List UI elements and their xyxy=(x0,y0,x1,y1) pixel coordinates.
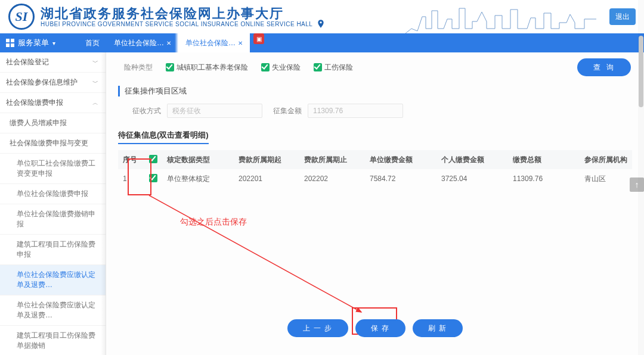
th-pers-amt: 个人缴费金额 xyxy=(436,155,508,165)
sidebar-item[interactable]: 社会保险缴费申报︿ xyxy=(0,93,106,113)
chevron-down-icon: ▾ xyxy=(52,40,55,46)
th-check[interactable] xyxy=(144,155,162,165)
close-icon[interactable]: ✕ xyxy=(166,40,171,46)
chevron-icon: ﹀ xyxy=(92,58,98,67)
th-from: 费款所属期起 xyxy=(234,155,299,165)
tab-label: 首页 xyxy=(85,38,100,48)
sidebar-item[interactable]: 缴费人员增减申报 xyxy=(0,113,106,133)
sidebar: 社会保险登记﹀社会保险参保信息维护﹀社会保险缴费申报︿缴费人员增减申报社会保险缴… xyxy=(0,52,106,355)
cell-idx: 1 xyxy=(118,175,144,183)
sidebar-item-label: 社会保险登记 xyxy=(6,57,49,67)
check-icon xyxy=(261,63,270,71)
sidebar-item-label: 单位职工社会保险缴费工资变更申报 xyxy=(17,158,98,179)
scrollbar-thumb[interactable] xyxy=(639,36,643,107)
sidebar-item[interactable]: 建筑工程项目工伤保险费单据撤销 xyxy=(0,326,106,355)
sidebar-item[interactable]: 单位社会保险缴费申报 xyxy=(0,184,106,204)
tab-home[interactable]: 首页 xyxy=(78,33,107,52)
sidebar-item-label: 单位社会保险缴费撤销申报 xyxy=(17,209,98,229)
opt-label: 失业保险 xyxy=(272,63,301,73)
refresh-button[interactable]: 刷新 xyxy=(413,319,463,337)
section-heading: 征集操作项目区域 xyxy=(118,86,632,96)
check-icon xyxy=(314,63,322,71)
top-nav-bar: 服务菜单 ▾ 首页 单位社会保险…✕ 单位社会保险…✕ ▣ xyxy=(0,33,644,52)
filter-row: 险种类型 城镇职工基本养老保险 失业保险 工伤保险 查询 xyxy=(106,52,644,80)
exit-button[interactable]: 退出 xyxy=(609,8,636,25)
th-org: 参保所属机构 xyxy=(580,155,632,165)
cell-pers-amt: 3725.04 xyxy=(436,175,508,183)
th-idx: 序号 xyxy=(118,155,144,165)
skyline-decoration xyxy=(405,5,596,33)
collection-mode-value[interactable]: 税务征收 xyxy=(167,104,262,118)
sidebar-item-label: 单位社会保险费应缴认定单及退费… xyxy=(17,300,98,320)
sidebar-item[interactable]: 社会保险登记﹀ xyxy=(0,52,106,73)
checkbox-unemployment[interactable]: 失业保险 xyxy=(261,63,301,73)
vertical-scrollbar[interactable] xyxy=(638,0,644,355)
sidebar-item[interactable]: 单位社会保险缴费撤销申报 xyxy=(0,204,106,235)
header-titles: 湖北省政务服务社会保险网上办事大厅 HUBEI PROVINCE GOVERNM… xyxy=(41,6,312,28)
action-bar: 上一步 保存 刷新 xyxy=(106,319,644,337)
insurance-type-label: 险种类型 xyxy=(119,63,153,73)
check-icon xyxy=(149,155,157,163)
annotation-text: 勾选之后点击保存 xyxy=(180,217,247,228)
cell-unit-amt: 7584.72 xyxy=(365,175,436,183)
chevron-icon: ︿ xyxy=(92,99,98,107)
svg-line-0 xyxy=(149,195,361,312)
sidebar-item[interactable]: 建筑工程项目工伤保险费申报 xyxy=(0,235,106,265)
cell-check[interactable] xyxy=(144,174,162,184)
sidebar-item-label: 社会保险缴费申报与变更 xyxy=(10,138,88,148)
sidebar-item-label: 社会保险参保信息维护 xyxy=(6,77,78,88)
sidebar-item-label: 建筑工程项目工伤保险费申报 xyxy=(17,239,98,260)
table-header: 序号 核定数据类型 费款所属期起 费款所属期止 单位缴费金额 个人缴费金额 缴费… xyxy=(118,150,632,169)
tab-unit-si-2[interactable]: 单位社会保险…✕ xyxy=(178,33,250,52)
sidebar-item[interactable]: 社会保险参保信息维护﹀ xyxy=(0,73,106,93)
table-title: 待征集信息(双击查看明细) xyxy=(118,130,209,144)
query-button[interactable]: 查询 xyxy=(577,58,631,76)
th-to: 费款所属期止 xyxy=(299,155,365,165)
collection-mode-label: 征收方式 xyxy=(132,106,161,116)
prev-button[interactable]: 上一步 xyxy=(287,319,348,337)
collection-amount-value[interactable]: 11309.76 xyxy=(308,104,403,118)
header: SI 湖北省政务服务社会保险网上办事大厅 HUBEI PROVINCE GOVE… xyxy=(0,0,644,33)
tab-unit-si-1[interactable]: 单位社会保险…✕ xyxy=(107,33,178,52)
sidebar-item-label: 缴费人员增减申报 xyxy=(10,118,67,128)
opt-label: 工伤保险 xyxy=(324,63,353,73)
cell-org: 青山区 xyxy=(580,174,632,184)
collection-amount-label: 征集金额 xyxy=(273,106,302,116)
sidebar-item[interactable]: 单位职工社会保险缴费工资变更申报 xyxy=(0,154,106,184)
tab-close-all-icon[interactable]: ▣ xyxy=(253,33,264,44)
annotation-arrow xyxy=(148,193,369,318)
sidebar-item[interactable]: 社会保险缴费申报与变更 xyxy=(0,133,106,154)
sidebar-item-label: 社会保险缴费申报 xyxy=(6,98,63,108)
th-unit-amt: 单位缴费金额 xyxy=(365,155,436,165)
header-title-cn: 湖北省政务服务社会保险网上办事大厅 xyxy=(41,6,312,21)
save-button[interactable]: 保存 xyxy=(355,319,405,337)
cell-total: 11309.76 xyxy=(508,175,580,183)
collection-mode: 征收方式 税务征收 xyxy=(132,104,262,118)
tab-strip: 首页 单位社会保险…✕ 单位社会保险…✕ ▣ xyxy=(78,33,264,52)
checkbox-injury[interactable]: 工伤保险 xyxy=(314,63,353,73)
collection-params: 征收方式 税务征收 征集金额 11309.76 xyxy=(106,96,644,122)
header-title-en: HUBEI PROVINCE GOVERNMENT SERVICE SOCIAL… xyxy=(41,21,312,28)
th-type: 核定数据类型 xyxy=(162,155,234,165)
check-icon xyxy=(166,63,174,71)
service-menu-label: 服务菜单 xyxy=(18,38,49,48)
collection-amount: 征集金额 11309.76 xyxy=(273,104,403,118)
service-menu-toggle[interactable]: 服务菜单 ▾ xyxy=(6,33,67,52)
body: 社会保险登记﹀社会保险参保信息维护﹀社会保险缴费申报︿缴费人员增减申报社会保险缴… xyxy=(0,52,644,355)
tab-label: 单位社会保险… xyxy=(114,38,164,48)
close-icon[interactable]: ✕ xyxy=(238,40,243,46)
checkbox-pension[interactable]: 城镇职工基本养老保险 xyxy=(166,63,248,73)
sidebar-item[interactable]: 单位社会保险费应缴认定单及退费… xyxy=(0,265,106,295)
location-pin-icon xyxy=(316,19,326,29)
chevron-icon: ﹀ xyxy=(92,79,98,87)
table-row[interactable]: 1 单位整体核定 202201 202202 7584.72 3725.04 1… xyxy=(118,169,632,188)
pending-table: 序号 核定数据类型 费款所属期起 费款所属期止 单位缴费金额 个人缴费金额 缴费… xyxy=(118,150,632,188)
opt-label: 城镇职工基本养老保险 xyxy=(177,63,248,73)
th-total: 缴费总额 xyxy=(508,155,580,165)
sidebar-item[interactable]: 单位社会保险费应缴认定单及退费… xyxy=(0,295,106,326)
tab-label: 单位社会保险… xyxy=(185,38,236,48)
logo-icon: SI xyxy=(8,4,35,30)
sidebar-item-label: 单位社会保险缴费申报 xyxy=(17,189,88,199)
sidebar-item-label: 单位社会保险费应缴认定单及退费… xyxy=(17,270,98,290)
main: 险种类型 城镇职工基本养老保险 失业保险 工伤保险 查询 征集操作项目区域 征收… xyxy=(106,52,644,355)
